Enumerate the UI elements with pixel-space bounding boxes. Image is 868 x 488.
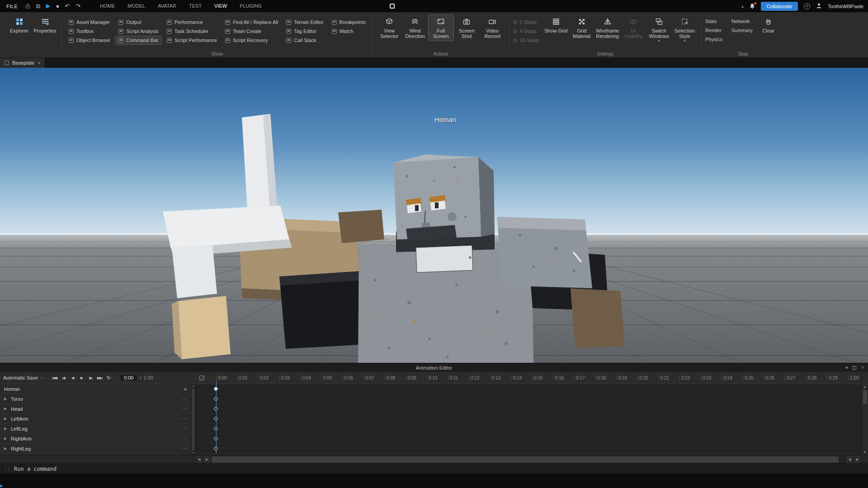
stats-item-physics[interactable]: Physics [705,37,722,42]
timeline-row[interactable] [195,394,861,404]
add-track-button[interactable]: + [184,386,187,392]
tab-test[interactable]: TEST [183,0,208,12]
video-record-button[interactable]: Video Record [480,14,505,41]
track-menu-icon[interactable]: ⋯ [182,426,187,432]
animation-editor-header[interactable]: Animation Editor ▾ × [0,363,868,372]
play-reverse-button[interactable]: ◀ [68,372,77,384]
scroll-right-icon[interactable]: ▶ [854,455,861,464]
tab-home[interactable]: HOME [94,0,121,12]
timeline-row[interactable] [195,434,861,444]
track-row-leftleg[interactable]: ▶ LeftLeg ⋯ [0,424,191,434]
stud-option-16[interactable]: 16 Studs [513,36,539,45]
expand-caret-icon[interactable]: ▶ [4,417,8,421]
command-bar[interactable]: ⋮⋮ Run a command [0,464,868,474]
show-item-asset-manager[interactable]: Asset Manager [66,18,113,27]
expand-caret-icon[interactable]: ▶ [4,397,8,401]
show-item-output[interactable]: Output [115,18,162,27]
command-input[interactable]: Run a command [14,466,57,472]
file-menu[interactable]: FILE [5,4,19,9]
float-window-icon[interactable] [853,366,856,370]
properties-button[interactable]: Properties [32,14,58,36]
full-screen-button[interactable]: Full Screen [428,14,454,41]
show-item-tag-editor[interactable]: Tag Editor [283,27,326,36]
track-row-rightleg[interactable]: ▶ RightLeg ⋯ [0,444,191,454]
screen-shot-button[interactable]: Screen Shot [454,14,480,41]
play-animation-button[interactable]: ▶ [77,372,86,384]
timeline-options-icon[interactable] [199,375,204,380]
grid-material-button[interactable]: Grid Material [569,14,594,41]
scroll-left-icon[interactable]: ◀ [846,455,854,464]
save-icon[interactable]: ⎙ [25,0,30,12]
show-item-watch[interactable]: Watch [329,27,369,36]
view-selector-button[interactable]: View Selector [377,14,402,41]
show-item-object-browser[interactable]: Object Browser [66,36,113,45]
show-item-command-bar[interactable]: Command Bar [115,36,162,45]
tab-baseplate[interactable]: Baseplate × [0,58,45,68]
show-item-script-recovery[interactable]: Script Recovery [222,36,281,45]
track-list-scrollbar[interactable]: ▲ ▼ [191,372,195,455]
timeline-scrollbar-horizontal[interactable]: ◀ ▶ ◀ ▶ [0,455,868,464]
track-row-leftarm[interactable]: ▶ LeftArm ⋯ [0,414,191,424]
tab-view[interactable]: VIEW [208,0,233,12]
tab-model[interactable]: MODEL [121,0,151,12]
help-icon[interactable]: ? [804,3,810,9]
track-menu-icon[interactable]: ⋯ [182,436,187,441]
undo-icon[interactable]: ↶ [65,0,70,12]
ui-visibility-button[interactable]: UI Visibility [620,14,646,41]
close-icon[interactable]: × [861,365,864,370]
expand-caret-icon[interactable]: ▶ [4,446,8,450]
track-row-rightarm[interactable]: ▶ RightArm ⋯ [0,434,191,444]
show-item-performance[interactable]: Performance [164,18,220,27]
collapse-ribbon-icon[interactable]: ▴ [741,4,744,9]
clear-stats-button[interactable]: Clear [755,14,781,36]
explorer-button[interactable]: Explorer [6,14,32,36]
scrollbar-thumb[interactable] [863,390,867,404]
scroll-left-icon[interactable]: ◀ [195,455,203,464]
show-item-find-all[interactable]: Find All / Replace All [222,18,281,27]
loop-toggle-button[interactable]: ↻ [104,372,113,384]
paste-icon[interactable]: ⧉ [36,0,40,12]
scroll-right-icon[interactable]: ▶ [203,455,211,464]
show-item-toolbox[interactable]: Toolbox [66,27,113,36]
show-item-script-analysis[interactable]: Script Analysis [115,27,162,36]
viewport-3d[interactable]: Homan Homan [0,68,868,363]
scroll-down-icon[interactable]: ▼ [863,450,867,455]
more-options-icon[interactable]: ⋯ [40,375,45,381]
timeline-row[interactable] [195,384,861,394]
show-item-terrain-editor[interactable]: Terrain Editor [283,18,326,27]
tab-plugins[interactable]: PLUGINS [233,0,268,12]
skip-to-end-button[interactable]: ▶▶| [95,372,104,384]
time-current-field[interactable]: 0:00 [120,374,137,381]
show-item-breakpoints[interactable]: Breakpoints [329,18,369,27]
timeline-rows[interactable] [195,384,861,454]
stats-item-stats[interactable]: Stats [705,19,722,24]
selection-style-button[interactable]: Selection Style ▾ [672,14,698,44]
automatic-save-label[interactable]: Automatic Save [3,375,38,380]
timeline-scrollbar-vertical[interactable]: ▲ ▼ [861,372,868,455]
track-row-homan[interactable]: Homan + [0,384,191,394]
drag-grip-icon[interactable]: ⋮⋮ [4,466,10,471]
time-total-field[interactable]: 1:00 [144,375,153,380]
tab-avatar[interactable]: AVATAR [151,0,183,12]
expand-caret-icon[interactable]: ▶ [4,427,8,431]
show-grid-button[interactable]: Show Grid [543,14,569,36]
track-row-torso[interactable]: ▶ Torso ⋯ [0,394,191,404]
track-menu-icon[interactable]: ⋯ [182,406,187,412]
timeline-row[interactable] [195,414,861,424]
chevron-down-icon[interactable]: ▾ [845,365,848,370]
wireframe-rendering-button[interactable]: Wireframe Rendering [594,14,620,41]
track-menu-icon[interactable]: ⋯ [182,396,187,402]
stud-option-2[interactable]: 2 Studs [513,18,539,27]
scroll-down-icon[interactable]: ▼ [192,451,195,455]
track-row-head[interactable]: ▶ Head ⋯ [0,404,191,414]
show-item-call-stack[interactable]: Call Stack [283,36,326,45]
show-item-script-performance[interactable]: Script Performance [164,36,220,45]
switch-windows-button[interactable]: Switch Windows ▾ [646,14,672,44]
stud-option-4[interactable]: 4 Studs [513,27,539,36]
expand-caret-icon[interactable]: ▶ [4,407,8,411]
username-label[interactable]: ToothinM9Paste [828,4,863,9]
notifications-bell-icon[interactable] [750,3,755,9]
stats-item-summary[interactable]: Summary [731,28,753,33]
scroll-up-icon[interactable]: ▲ [192,384,195,388]
timeline[interactable]: 0:000:010:020:030:040:050:060:070:080:09… [195,372,861,455]
